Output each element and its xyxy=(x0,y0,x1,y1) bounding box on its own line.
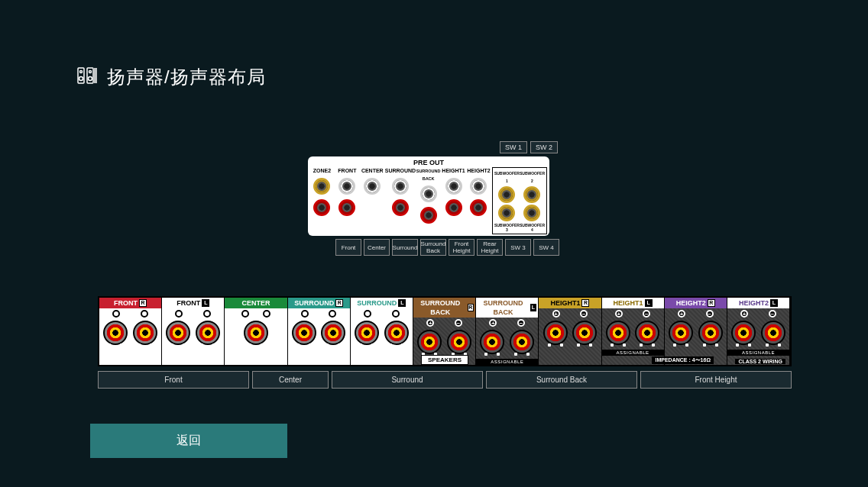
spk-col-front-R: FRONTR+− xyxy=(99,298,162,365)
polarity-plus: + xyxy=(426,319,434,327)
preout-col-zone2: ZONE2 xyxy=(309,167,335,234)
preout-section: SW 1 SW 2 PRE OUT ZONE2 FRONT CENTER SUR… xyxy=(308,141,559,256)
spk-header: HEIGHT1L xyxy=(602,298,664,308)
spk-header: FRONTL xyxy=(162,298,224,308)
class2-label: CLASS 2 WIRING xyxy=(735,359,785,364)
spk-header-label: HEIGHT2 xyxy=(676,298,706,308)
preout-col-surroundback: SURROUND BACK xyxy=(416,167,441,234)
spk-header-label: SURROUND xyxy=(294,298,334,308)
spk-col-surroundback-R: SURROUND BACKR+− xyxy=(413,298,476,365)
jack-sb-l xyxy=(420,185,437,202)
channel-badge: R xyxy=(708,299,715,307)
speakers-panel: FRONTR+−FRONTL+−CENTER+−SURROUNDR+−SURRO… xyxy=(98,296,792,366)
sub4-label: SUBWOOFER 4 xyxy=(520,223,545,232)
speaker-terminal xyxy=(244,321,268,345)
page-title: 扬声器/扬声器布局 xyxy=(107,65,266,89)
preout-title: PRE OUT xyxy=(309,158,548,167)
speaker-terminal xyxy=(572,321,597,345)
jack-h2-r xyxy=(470,199,487,216)
spk-header-label: FRONT xyxy=(177,298,200,308)
spk-header: SURROUND BACKR xyxy=(413,298,475,318)
spk-col-height1-L: HEIGHT1L+−ASSIGNABLE xyxy=(602,298,665,365)
jack-h2-l xyxy=(470,178,487,195)
preout-label-front: FRONT xyxy=(338,167,356,175)
sub3-label: SUBWOOFER 3 xyxy=(494,223,520,232)
spk-header-label: SURROUND xyxy=(357,298,397,308)
sw2-button[interactable]: SW 2 xyxy=(530,141,558,153)
polarity-plus: + xyxy=(364,310,371,318)
spk-btn-surround[interactable]: Surround xyxy=(332,371,483,389)
sw1-button[interactable]: SW 1 xyxy=(500,141,527,153)
preout-col-subwoofers: SUBWOOFER 1 SUBWOOFER 3 SUBWOOFER 2 SUBW… xyxy=(491,167,548,234)
speaker-terminal xyxy=(292,321,316,345)
polarity-minus: − xyxy=(769,310,776,318)
channel-badge: R xyxy=(581,299,589,307)
spk-header: HEIGHT2L xyxy=(727,298,789,308)
polarity-plus: + xyxy=(112,310,120,318)
spk-header: HEIGHT1R xyxy=(539,298,601,308)
speaker-layout-icon xyxy=(76,65,98,89)
channel-badge: L xyxy=(770,299,778,307)
polarity-minus: − xyxy=(263,310,270,318)
sub2-label: SUBWOOFER 2 xyxy=(520,169,545,185)
spk-header: SURROUND BACKL xyxy=(476,298,538,318)
polarity-plus: + xyxy=(615,310,623,318)
spk-btn-center[interactable]: Center xyxy=(252,371,329,389)
spk-btn-frontheight[interactable]: Front Height xyxy=(640,371,792,389)
polarity-plus: + xyxy=(489,319,497,327)
spk-btn-front[interactable]: Front xyxy=(98,371,249,389)
channel-badge: L xyxy=(202,299,209,307)
svg-point-2 xyxy=(79,77,83,81)
page-header: 扬声器/扬声器布局 xyxy=(76,65,266,89)
channel-badge: R xyxy=(139,299,147,307)
speaker-terminal xyxy=(698,321,723,345)
speaker-terminal xyxy=(480,330,504,354)
jack-sb-r xyxy=(420,207,437,224)
spk-col-height1-R: HEIGHT1R+− xyxy=(539,298,601,365)
back-button[interactable]: 返回 xyxy=(90,424,287,458)
jack-surr-r xyxy=(392,199,409,216)
speaker-terminal xyxy=(731,321,756,345)
spk-col-height2-R: HEIGHT2R+− xyxy=(665,298,727,365)
spk-header-label: HEIGHT1 xyxy=(550,298,580,308)
preout-btn-center[interactable]: Center xyxy=(364,239,390,256)
speaker-terminal xyxy=(543,321,568,345)
polarity-plus: + xyxy=(175,310,183,318)
spk-btn-surroundback[interactable]: Surround Back xyxy=(486,371,637,389)
preout-label-zone2: ZONE2 xyxy=(313,167,331,175)
speaker-terminal xyxy=(447,330,471,354)
preout-btn-sw4[interactable]: SW 4 xyxy=(533,239,559,256)
speaker-terminal xyxy=(196,321,220,345)
preout-col-front: FRONT xyxy=(335,167,360,234)
polarity-minus: − xyxy=(643,310,650,318)
polarity-plus: + xyxy=(241,310,249,318)
preout-col-surround: SURROUND xyxy=(385,167,416,234)
speaker-terminal xyxy=(103,321,128,345)
preout-btn-rearheight[interactable]: Rear Height xyxy=(477,239,503,256)
speaker-terminal xyxy=(133,321,157,345)
spk-header-label: HEIGHT1 xyxy=(614,298,643,308)
spk-header-label: FRONT xyxy=(114,298,138,308)
spk-header: FRONTR xyxy=(99,298,161,308)
polarity-minus: − xyxy=(141,310,148,318)
spk-header: HEIGHT2R xyxy=(665,298,727,308)
speaker-terminal xyxy=(761,321,785,345)
preout-col-height1: HEIGHT1 xyxy=(441,167,466,234)
polarity-minus: − xyxy=(455,319,462,327)
preout-btn-sw3[interactable]: SW 3 xyxy=(505,239,531,256)
preout-btn-surround[interactable]: Surround xyxy=(392,239,418,256)
polarity-plus: + xyxy=(740,310,748,318)
speaker-terminal xyxy=(669,321,693,345)
preout-label-height2: HEIGHT2 xyxy=(467,167,490,175)
preout-btn-front[interactable]: Front xyxy=(335,239,361,256)
jack-sub4 xyxy=(523,205,540,221)
speaker-terminal xyxy=(417,330,442,354)
jack-zone2-1 xyxy=(313,178,330,195)
spk-header-label: SURROUND BACK xyxy=(478,298,529,317)
preout-col-height2: HEIGHT2 xyxy=(466,167,491,234)
preout-btn-surroundback[interactable]: Surround Back xyxy=(420,239,446,256)
preout-btn-frontheight[interactable]: Front Height xyxy=(449,239,474,256)
polarity-minus: − xyxy=(580,310,588,318)
speaker-terminal xyxy=(635,321,659,345)
speakers-section: FRONTR+−FRONTL+−CENTER+−SURROUNDR+−SURRO… xyxy=(98,296,792,389)
